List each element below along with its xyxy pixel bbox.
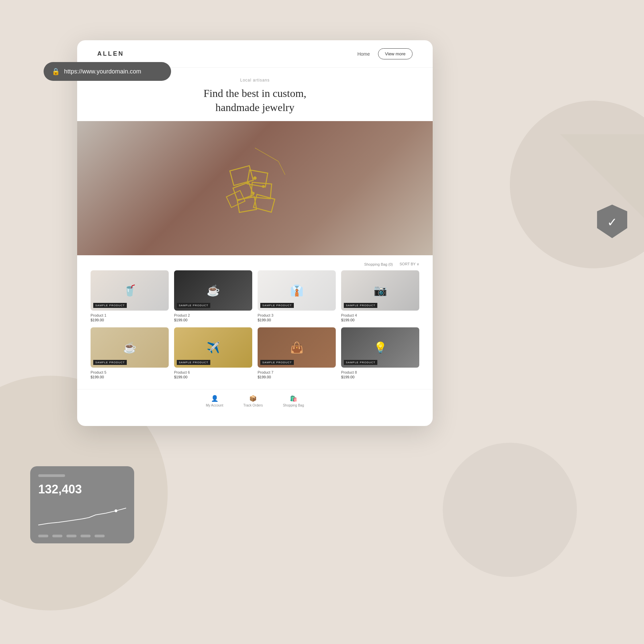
product-card-7[interactable]: 👜 SAMPLE PRODUCT Product 7 $199.00 [258, 327, 336, 379]
product-image-4: 📷 SAMPLE PRODUCT [341, 270, 419, 311]
product-name-6: Product 6 [174, 370, 252, 374]
lock-icon: 🔒 [52, 67, 60, 75]
stats-dot-3 [66, 535, 76, 537]
product-name-1: Product 1 [91, 313, 169, 317]
hero-image [77, 121, 433, 255]
product-name-2: Product 2 [174, 313, 252, 317]
product-image-6: ✈️ SAMPLE PRODUCT [174, 327, 252, 368]
stats-dot-4 [80, 535, 91, 537]
sample-badge-2: SAMPLE PRODUCT [177, 303, 210, 308]
sort-button[interactable]: SORT BY ∨ [399, 262, 419, 266]
product-name-3: Product 3 [258, 313, 336, 317]
svg-line-1 [255, 148, 278, 161]
product-name-4: Product 4 [341, 313, 419, 317]
product-price-4: $199.00 [341, 318, 419, 322]
svg-rect-7 [237, 197, 257, 212]
products-grid: 🥤 SAMPLE PRODUCT Product 1 $199.00 ☕ SAM… [91, 270, 419, 379]
product-price-2: $199.00 [174, 318, 252, 322]
sample-badge-4: SAMPLE PRODUCT [344, 303, 377, 308]
bottom-nav-label-1: Track Orders [243, 404, 263, 407]
product-image-8: 💡 SAMPLE PRODUCT [341, 327, 419, 368]
svg-line-2 [278, 161, 285, 175]
svg-point-12 [252, 192, 255, 195]
product-name-7: Product 7 [258, 370, 336, 374]
product-price-5: $199.00 [91, 375, 169, 379]
product-icon-7: 👜 [290, 341, 304, 354]
stats-dot-2 [52, 535, 62, 537]
product-price-3: $199.00 [258, 318, 336, 322]
product-image-2: ☕ SAMPLE PRODUCT [174, 270, 252, 311]
hero-title: Find the best in custom, handmade jewelr… [97, 87, 413, 114]
product-card-6[interactable]: ✈️ SAMPLE PRODUCT Product 6 $199.00 [174, 327, 252, 379]
product-card-2[interactable]: ☕ SAMPLE PRODUCT Product 2 $199.00 [174, 270, 252, 322]
product-icon-4: 📷 [374, 284, 387, 297]
nav-links: Home View more [357, 48, 413, 59]
bottom-nav-icon-0: 👤 [211, 395, 218, 402]
stats-number: 132,403 [38, 482, 126, 496]
bg-circle-3 [443, 443, 577, 577]
view-more-button[interactable]: View more [378, 48, 413, 59]
jewelry-svg [205, 141, 305, 235]
product-icon-8: 💡 [374, 341, 387, 354]
svg-rect-3 [230, 166, 253, 185]
shopping-bag-label: Shopping Bag (0) [364, 262, 393, 266]
nav-home-link[interactable]: Home [357, 51, 370, 57]
bottom-nav-icon-2: 🛍️ [290, 395, 297, 402]
sample-badge-6: SAMPLE PRODUCT [177, 360, 210, 365]
hero-title-line1: Find the best in custom, [204, 87, 307, 99]
sample-badge-7: SAMPLE PRODUCT [260, 360, 294, 365]
svg-point-0 [115, 509, 117, 512]
product-image-5: ☕ SAMPLE PRODUCT [91, 327, 169, 368]
svg-rect-4 [247, 170, 268, 187]
check-icon: ✓ [607, 215, 617, 229]
hero-title-line2: handmade jewelry [215, 101, 294, 113]
product-image-3: 👔 SAMPLE PRODUCT [258, 270, 336, 311]
bottom-nav-label-2: Shopping Bag [283, 404, 304, 407]
bottom-nav-icon-1: 📦 [249, 395, 257, 402]
product-card-8[interactable]: 💡 SAMPLE PRODUCT Product 8 $199.00 [341, 327, 419, 379]
product-image-7: 👜 SAMPLE PRODUCT [258, 327, 336, 368]
bottom-nav-item-0[interactable]: 👤 My Account [206, 395, 223, 407]
stats-widget: 132,403 [30, 466, 134, 543]
website-logo: ALLEN [97, 50, 124, 57]
product-icon-3: 👔 [290, 284, 304, 297]
product-icon-2: ☕ [207, 284, 220, 297]
bg-triangle-2 [560, 134, 644, 218]
product-price-8: $199.00 [341, 375, 419, 379]
svg-point-10 [253, 176, 257, 180]
product-name-5: Product 5 [91, 370, 169, 374]
product-card-5[interactable]: ☕ SAMPLE PRODUCT Product 5 $199.00 [91, 327, 169, 379]
product-icon-1: 🥤 [123, 284, 137, 297]
product-price-6: $199.00 [174, 375, 252, 379]
sample-badge-5: SAMPLE PRODUCT [93, 360, 127, 365]
bottom-nav-item-1[interactable]: 📦 Track Orders [243, 395, 263, 407]
stats-dot-1 [38, 535, 48, 537]
product-card-1[interactable]: 🥤 SAMPLE PRODUCT Product 1 $199.00 [91, 270, 169, 322]
url-bar[interactable]: 🔒 https://www.yourdomain.com [44, 62, 171, 81]
product-image-1: 🥤 SAMPLE PRODUCT [91, 270, 169, 311]
url-text: https://www.yourdomain.com [64, 68, 141, 75]
product-card-3[interactable]: 👔 SAMPLE PRODUCT Product 3 $199.00 [258, 270, 336, 322]
product-price-7: $199.00 [258, 375, 336, 379]
product-icon-5: ☕ [123, 341, 137, 354]
chart-line [38, 503, 126, 530]
browser-frame: ALLEN Home View more Local artisans Find… [77, 40, 433, 426]
products-header: Shopping Bag (0) SORT BY ∨ [91, 262, 419, 266]
product-card-4[interactable]: 📷 SAMPLE PRODUCT Product 4 $199.00 [341, 270, 419, 322]
product-icon-6: ✈️ [207, 341, 220, 354]
stats-dot-5 [95, 535, 105, 537]
bottom-nav: 👤 My Account 📦 Track Orders 🛍️ Shopping … [77, 389, 433, 413]
product-price-1: $199.00 [91, 318, 169, 322]
sample-badge-1: SAMPLE PRODUCT [93, 303, 127, 308]
sample-badge-3: SAMPLE PRODUCT [260, 303, 294, 308]
bottom-nav-label-0: My Account [206, 404, 223, 407]
svg-point-11 [262, 185, 265, 188]
bottom-nav-item-2[interactable]: 🛍️ Shopping Bag [283, 395, 304, 407]
product-name-8: Product 8 [341, 370, 419, 374]
stats-bar-decoration [38, 474, 65, 477]
products-section: Shopping Bag (0) SORT BY ∨ 🥤 SAMPLE PROD… [77, 255, 433, 386]
sample-badge-8: SAMPLE PRODUCT [344, 360, 377, 365]
stats-dots [38, 535, 126, 537]
